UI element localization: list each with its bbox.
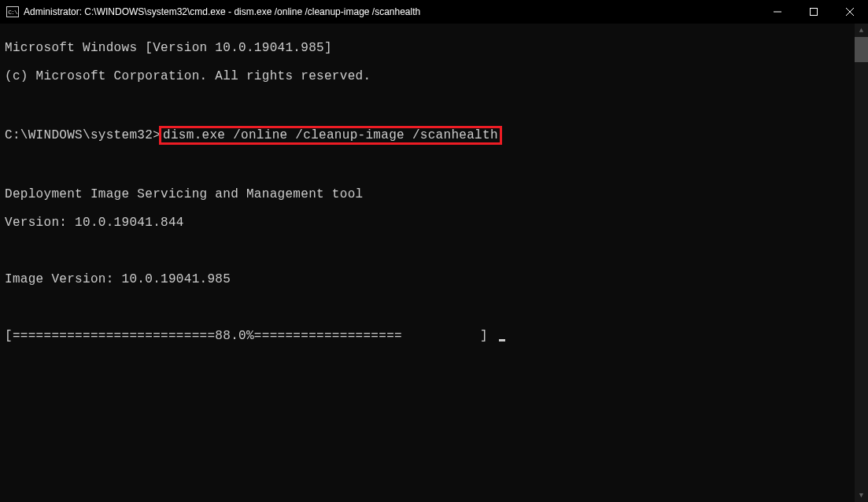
svg-rect-1: [811, 9, 818, 16]
scroll-up-arrow-icon[interactable]: ▲: [855, 24, 868, 37]
cursor: [499, 339, 505, 341]
window-titlebar[interactable]: C:\ Administrator: C:\WINDOWS\system32\c…: [0, 0, 868, 24]
window-controls: [759, 0, 868, 24]
copyright-line: (c) Microsoft Corporation. All rights re…: [5, 69, 863, 83]
maximize-button[interactable]: [796, 0, 832, 24]
blank-line: [5, 244, 863, 258]
vertical-scrollbar[interactable]: ▲ ▼: [855, 24, 868, 502]
prompt-line: C:\WINDOWS\system32>dism.exe /online /cl…: [5, 126, 863, 145]
close-icon: [846, 8, 854, 16]
blank-line: [5, 159, 863, 173]
progress-line: [==========================88.0%========…: [5, 329, 863, 343]
dism-tool-line: Deployment Image Servicing and Managemen…: [5, 187, 863, 201]
scroll-thumb[interactable]: [855, 37, 868, 62]
minimize-icon: [774, 8, 781, 16]
terminal-output[interactable]: Microsoft Windows [Version 10.0.19041.98…: [0, 24, 868, 360]
prompt-prefix: C:\WINDOWS\system32>: [5, 128, 161, 142]
blank-line: [5, 301, 863, 315]
progress-bar-text: [==========================88.0%========…: [5, 329, 496, 343]
scroll-down-arrow-icon[interactable]: ▼: [855, 489, 868, 502]
image-version-line: Image Version: 10.0.19041.985: [5, 272, 863, 286]
dism-version-line: Version: 10.0.19041.844: [5, 216, 863, 230]
close-button[interactable]: [832, 0, 868, 24]
minimize-button[interactable]: [759, 0, 796, 24]
blank-line: [5, 98, 863, 112]
window-title: Administrator: C:\WINDOWS\system32\cmd.e…: [24, 6, 759, 17]
version-line: Microsoft Windows [Version 10.0.19041.98…: [5, 41, 863, 55]
maximize-icon: [810, 8, 818, 16]
highlighted-command: dism.exe /online /cleanup-image /scanhea…: [159, 126, 502, 145]
cmd-icon: C:\: [6, 6, 19, 17]
